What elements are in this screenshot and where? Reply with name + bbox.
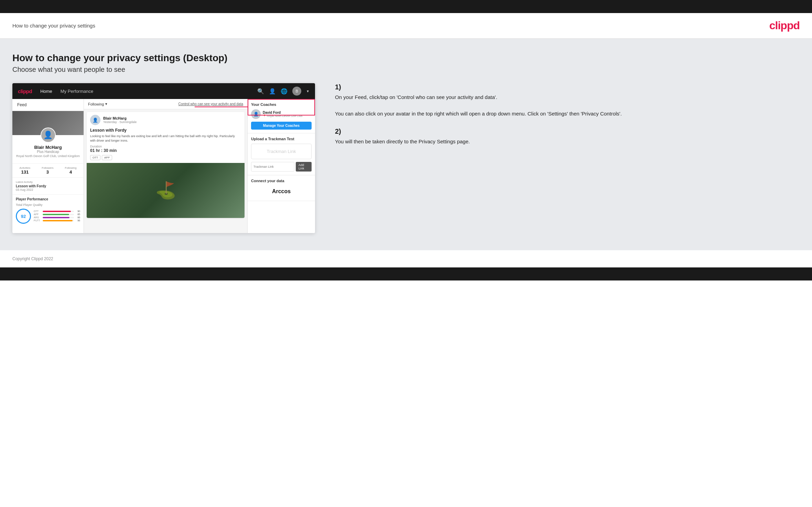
profile-stats: Activities 131 Followers 3 Following 4 — [12, 163, 84, 177]
control-privacy-link[interactable]: Control who can see your activity and da… — [178, 102, 243, 106]
page-heading: How to change your privacy settings (Des… — [12, 53, 800, 64]
app-right-panel: Your Coaches 👤 David Ford 📍 Royal North … — [248, 99, 315, 233]
page-subheading: Choose what you want people to see — [12, 66, 800, 74]
latest-activity-label: Latest Activity — [16, 180, 80, 184]
latest-activity-date: 03 Aug 2022 — [16, 188, 80, 191]
profile-level: Plus Handicap — [16, 150, 80, 154]
golf-image: ⛳ — [155, 181, 176, 200]
duration-label: Duration — [90, 145, 241, 148]
bar-label: ARG — [34, 216, 41, 219]
person-icon[interactable]: 👤 — [269, 88, 276, 95]
app-sidebar: Feed Blair McHarg Plus Handicap Royal No… — [12, 99, 84, 233]
app-screenshot: clippd Home My Performance 🔍 👤 🌐 B ▼ Fee… — [12, 83, 800, 233]
trackman-input[interactable] — [251, 162, 294, 172]
nav-icons: 🔍 👤 🌐 B ▼ — [257, 87, 310, 96]
bar-row-putt: PUTT 96 — [34, 219, 80, 222]
instruction-step1: 1) On your Feed, click/tap on 'Control w… — [335, 83, 800, 118]
trackman-placeholder: Trackman Link — [256, 149, 306, 154]
bar-track — [43, 217, 74, 218]
instruction-step2: 2) You will then be taken directly to th… — [335, 128, 800, 146]
feed-tab[interactable]: Feed — [12, 99, 84, 111]
coach-club-text: Royal North Devon Golf Club — [267, 114, 302, 118]
stat-activities-label: Activities — [20, 166, 31, 169]
duration-value: 01 hr : 30 min — [90, 148, 241, 153]
activity-meta: Yesterday · Sunningdale — [103, 120, 137, 124]
quality-row: 92 OTT 90 APP 85 ARG 86 PUTT 9 — [16, 209, 80, 224]
coach-name: David Ford — [263, 111, 302, 114]
coach-avatar: 👤 — [251, 109, 261, 119]
location-icon: 📍 — [263, 114, 266, 118]
stat-followers-label: Followers — [42, 166, 53, 169]
search-icon[interactable]: 🔍 — [257, 88, 264, 95]
latest-activity-name: Lesson with Fordy — [16, 184, 80, 188]
step2-text: You will then be taken directly to the P… — [335, 137, 800, 146]
bar-track — [43, 211, 74, 212]
app-logo: clippd — [18, 88, 32, 94]
stat-following-value: 4 — [65, 169, 77, 175]
bar-row-ott: OTT 90 — [34, 210, 80, 212]
profile-club: Royal North Devon Golf Club, United King… — [16, 154, 80, 158]
coach-club: 📍 Royal North Devon Golf Club — [263, 114, 302, 118]
copyright-text: Copyright Clippd 2022 — [12, 256, 53, 261]
bar-track — [43, 220, 74, 221]
coaches-section: Your Coaches 👤 David Ford 📍 Royal North … — [248, 99, 315, 133]
bottom-bar — [0, 267, 812, 280]
stat-followers-value: 3 — [42, 169, 53, 175]
manage-coaches-button[interactable]: Manage Your Coaches — [251, 122, 312, 130]
site-header: How to change your privacy settings clip… — [0, 13, 812, 39]
activity-image: ⛳ — [87, 163, 245, 218]
quality-label: Total Player Quality — [16, 203, 80, 207]
activity-description: Looking to feel like my hands are exitin… — [87, 134, 245, 145]
stat-activities: Activities 131 — [20, 166, 31, 175]
breadcrumb: How to change your privacy settings — [12, 23, 95, 29]
feed-header: Following ▾ Control who can see your act… — [84, 99, 247, 109]
app-feed: Following ▾ Control who can see your act… — [84, 99, 248, 233]
bar-value: 90 — [75, 210, 80, 212]
coaches-title: Your Coaches — [251, 102, 312, 107]
profile-avatar — [41, 128, 56, 143]
nav-my-performance[interactable]: My Performance — [61, 89, 93, 94]
bar-fill — [43, 220, 73, 221]
globe-icon[interactable]: 🌐 — [281, 88, 288, 95]
step2-number: 2) — [335, 128, 800, 135]
bar-value: 86 — [75, 216, 80, 219]
user-avatar[interactable]: B — [292, 87, 301, 96]
bar-label: APP — [34, 213, 41, 216]
tag-ott: OTT — [90, 155, 100, 160]
following-chevron: ▾ — [105, 102, 107, 106]
app-body: Feed Blair McHarg Plus Handicap Royal No… — [12, 99, 315, 233]
add-link-button[interactable]: Add Link — [296, 162, 312, 172]
nav-home[interactable]: Home — [40, 89, 52, 94]
connect-section: Connect your data Arccos — [248, 175, 315, 201]
step1-number: 1) — [335, 83, 800, 91]
activity-card: 👤 Blair McHarg Yesterday · Sunningdale L… — [87, 112, 245, 218]
bar-value: 85 — [75, 213, 80, 216]
trackman-section: Upload a Trackman Test Trackman Link Add… — [248, 133, 315, 175]
performance-title: Player Performance — [16, 197, 80, 201]
quality-bars: OTT 90 APP 85 ARG 86 PUTT 96 — [34, 210, 80, 222]
bar-track — [43, 214, 74, 215]
bar-label: PUTT — [34, 219, 41, 222]
trackman-title: Upload a Trackman Test — [251, 137, 312, 141]
connect-title: Connect your data — [251, 179, 312, 183]
app-navbar: clippd Home My Performance 🔍 👤 🌐 B ▼ — [12, 83, 315, 99]
bar-row-app: APP 85 — [34, 213, 80, 216]
tag-app: APP — [102, 155, 112, 160]
bar-row-arg: ARG 86 — [34, 216, 80, 219]
stat-following: Following 4 — [65, 166, 77, 175]
profile-cover — [12, 111, 84, 135]
bar-fill — [43, 217, 69, 218]
following-button[interactable]: Following ▾ — [88, 102, 107, 106]
main-content: How to change your privacy settings (Des… — [0, 39, 812, 250]
profile-name: Blair McHarg — [16, 145, 80, 150]
site-footer: Copyright Clippd 2022 — [0, 250, 812, 267]
following-label: Following — [88, 102, 104, 106]
avatar-chevron: ▼ — [306, 89, 310, 93]
bar-label: OTT — [34, 210, 41, 212]
coach-info: David Ford 📍 Royal North Devon Golf Club — [263, 111, 302, 118]
stat-activities-value: 131 — [20, 169, 31, 175]
clippd-logo: clippd — [769, 19, 800, 32]
trackman-box: Trackman Link — [251, 144, 312, 159]
bar-fill — [43, 211, 71, 212]
top-bar — [0, 0, 812, 13]
